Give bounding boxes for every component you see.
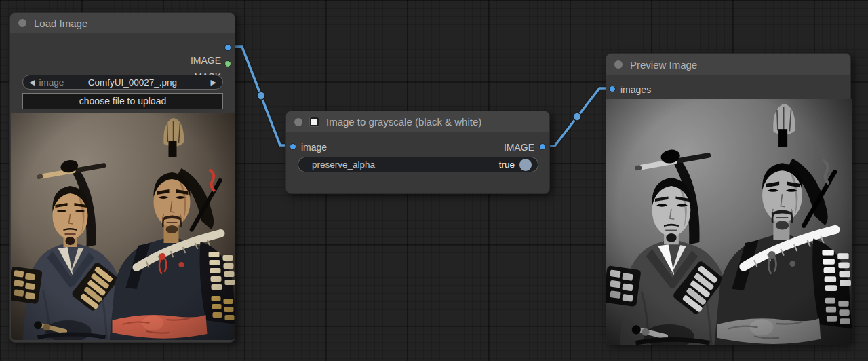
preserve-alpha-toggle[interactable]: preserve_alpha true bbox=[298, 157, 538, 172]
combo-prev-icon[interactable]: ◀ bbox=[29, 78, 35, 87]
collapse-dot-icon[interactable] bbox=[614, 60, 623, 69]
node-load-image[interactable]: Load Image IMAGE MASK ◀ image ComfyUI_00… bbox=[9, 12, 235, 343]
combo-label: image bbox=[39, 77, 64, 88]
image-combo-widget[interactable]: ◀ image ComfyUI_00027_.png ▶ bbox=[22, 75, 223, 90]
node-preview-image[interactable]: Preview Image images bbox=[606, 53, 851, 345]
output-label-image: IMAGE bbox=[191, 55, 221, 66]
node-title: Preview Image bbox=[630, 59, 697, 71]
loaded-image-preview bbox=[11, 113, 235, 340]
output-label-image: IMAGE bbox=[504, 142, 534, 153]
output-slot-image-dot[interactable] bbox=[224, 44, 231, 51]
output-slot-mask-dot[interactable] bbox=[224, 60, 231, 67]
node-title: Image to grayscale (black & white) bbox=[326, 116, 481, 128]
choose-file-button[interactable]: choose file to upload bbox=[22, 93, 223, 109]
node-load-image-titlebar[interactable]: Load Image bbox=[10, 13, 235, 33]
toggle-knob-icon[interactable] bbox=[519, 159, 532, 171]
toggle-value: true bbox=[499, 159, 515, 170]
combo-value[interactable]: ComfyUI_00027_.png bbox=[64, 77, 210, 88]
output-slot-image-dot[interactable] bbox=[539, 143, 546, 150]
input-label-images: images bbox=[620, 84, 651, 95]
preview-image-output bbox=[606, 99, 852, 345]
combo-next-icon[interactable]: ▶ bbox=[211, 78, 216, 87]
node-title: Load Image bbox=[34, 18, 87, 29]
input-slot-image-dot[interactable] bbox=[290, 143, 296, 150]
node-badge-icon bbox=[310, 117, 319, 126]
link-midpoint-dot[interactable] bbox=[573, 113, 581, 121]
link-midpoint-dot[interactable] bbox=[257, 92, 265, 100]
node-image-to-grayscale[interactable]: Image to grayscale (black & white) image… bbox=[285, 111, 550, 194]
collapse-dot-icon[interactable] bbox=[294, 118, 302, 126]
input-slot-images-dot[interactable] bbox=[609, 86, 616, 92]
input-label-image: image bbox=[301, 142, 327, 153]
graph-canvas[interactable]: { "app": { "name": "ComfyUI node graph" … bbox=[0, 0, 868, 361]
toggle-label: preserve_alpha bbox=[312, 159, 375, 170]
node-grayscale-titlebar[interactable]: Image to grayscale (black & white) bbox=[286, 111, 549, 132]
node-preview-titlebar[interactable]: Preview Image bbox=[606, 54, 850, 75]
collapse-dot-icon[interactable] bbox=[18, 19, 26, 27]
